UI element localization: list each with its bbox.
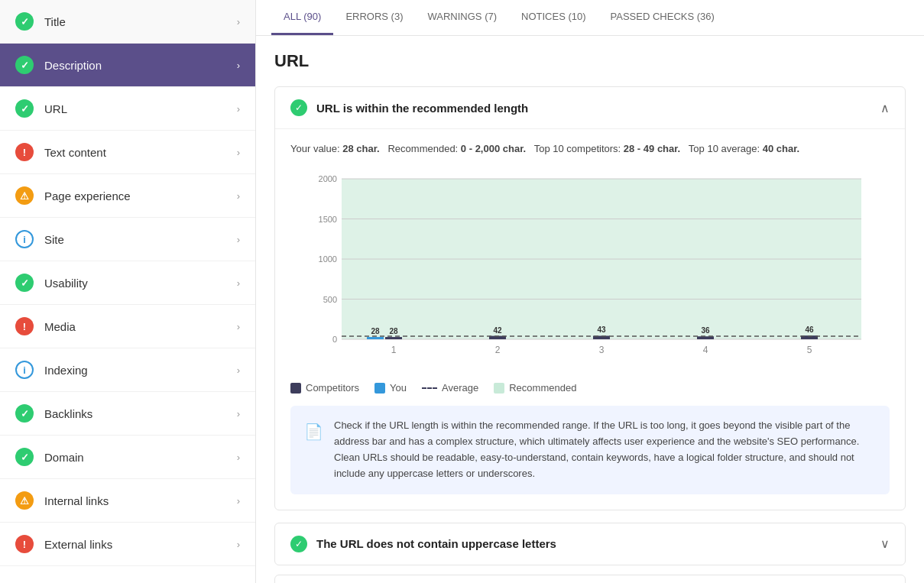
status-icon: ! (15, 317, 34, 335)
sidebar-item-text-content[interactable]: !Text content› (0, 131, 255, 174)
legend-average: Average (422, 382, 478, 394)
check-header-url-underscores[interactable]: ✓ The URL does not contain underscores ∨ (275, 575, 905, 583)
sidebar-item-media[interactable]: !Media› (0, 305, 255, 348)
chevron-right-icon: › (237, 60, 240, 71)
check-card-url-underscores: ✓ The URL does not contain underscores ∨ (274, 575, 906, 583)
sidebar-item-internal-links[interactable]: ⚠Internal links› (0, 479, 255, 523)
sidebar-item-label: Text content (44, 146, 237, 159)
chevron-right-icon: › (237, 103, 240, 115)
status-icon: i (15, 361, 34, 379)
status-icon: ! (15, 535, 34, 553)
check-header-left: ✓ URL is within the recommended length (290, 99, 528, 116)
page-title: URL (274, 51, 906, 71)
sidebar-item-backlinks[interactable]: ✓Backlinks› (0, 392, 255, 436)
status-icon: ✓ (15, 404, 34, 423)
check-title: URL is within the recommended length (316, 102, 528, 115)
svg-text:28: 28 (371, 327, 380, 335)
sidebar-item-domain[interactable]: ✓Domain› (0, 436, 255, 479)
sidebar: ✓Title›✓Description›✓URL›!Text content›⚠… (0, 0, 256, 583)
tab-warnings[interactable]: WARNINGS (7) (416, 0, 510, 35)
legend-recommended-icon (494, 383, 504, 394)
chevron-right-icon: › (237, 234, 240, 245)
legend-you-icon (374, 383, 385, 394)
status-icon: ⚠ (15, 491, 34, 510)
chevron-right-icon: › (237, 277, 240, 289)
chevron-right-icon: › (237, 495, 240, 507)
tab-all[interactable]: ALL (90) (271, 0, 333, 35)
sidebar-item-label: Page experience (44, 189, 237, 202)
sidebar-item-label: Indexing (44, 364, 237, 377)
status-icon: ✓ (15, 99, 34, 118)
sidebar-item-label: Title (44, 15, 237, 28)
check-header-url-uppercase[interactable]: ✓ The URL does not contain uppercase let… (275, 523, 905, 565)
sidebar-item-external-links[interactable]: !External links› (0, 523, 255, 566)
status-icon: ✓ (15, 56, 34, 74)
svg-text:2: 2 (495, 345, 501, 355)
svg-text:1000: 1000 (319, 254, 337, 264)
check-success-icon: ✓ (290, 99, 307, 116)
check-header-left: ✓ The URL does not contain uppercase let… (290, 536, 556, 552)
status-icon: ✓ (15, 448, 34, 466)
svg-rect-13 (367, 337, 384, 339)
svg-text:2000: 2000 (319, 174, 337, 183)
svg-text:5: 5 (807, 345, 812, 355)
chevron-right-icon: › (237, 16, 240, 28)
legend-you: You (374, 382, 407, 394)
legend-recommended-label: Recommended (509, 382, 576, 394)
info-doc-icon: 📄 (304, 419, 323, 444)
svg-text:500: 500 (323, 295, 337, 304)
sidebar-item-label: Backlinks (44, 407, 237, 420)
legend-competitors-label: Competitors (306, 382, 359, 394)
stats-row: Your value: 28 char. Recommended: 0 - 2,… (290, 129, 890, 165)
legend-competitors-icon (290, 383, 301, 394)
sidebar-item-url[interactable]: ✓URL› (0, 87, 255, 131)
chevron-right-icon: › (237, 408, 240, 419)
sidebar-item-indexing[interactable]: iIndexing› (0, 348, 255, 392)
sidebar-item-label: URL (44, 102, 237, 115)
legend-you-label: You (390, 382, 407, 394)
chevron-right-icon: › (237, 452, 240, 463)
sidebar-item-label: External links (44, 538, 237, 551)
sidebar-item-label: Site (44, 233, 237, 246)
svg-rect-11 (385, 337, 402, 339)
legend-average-label: Average (442, 382, 478, 394)
svg-text:3: 3 (599, 345, 605, 355)
chevron-up-icon: ∧ (880, 101, 890, 115)
chevron-right-icon: › (237, 321, 240, 332)
sidebar-item-label: Media (44, 320, 237, 333)
svg-text:4: 4 (703, 345, 708, 355)
sidebar-item-label: Usability (44, 277, 237, 290)
chart: 200015001000500028281422433364465 (290, 171, 890, 370)
tab-passed[interactable]: PASSED CHECKS (36) (598, 0, 727, 35)
svg-text:42: 42 (493, 326, 502, 335)
tabs-bar: ALL (90)ERRORS (3)WARNINGS (7)NOTICES (1… (256, 0, 924, 36)
status-icon: ! (15, 143, 34, 161)
sidebar-item-label: Domain (44, 451, 237, 464)
tab-errors[interactable]: ERRORS (3) (333, 0, 415, 35)
check-header-url-length[interactable]: ✓ URL is within the recommended length ∧ (275, 87, 905, 128)
legend-competitors: Competitors (290, 382, 359, 394)
chart-svg: 200015001000500028281422433364465 (290, 171, 890, 370)
sidebar-item-usability[interactable]: ✓Usability› (0, 261, 255, 305)
sidebar-item-page-experience[interactable]: ⚠Page experience› (0, 174, 255, 218)
svg-text:1500: 1500 (319, 215, 337, 224)
svg-text:46: 46 (805, 326, 814, 335)
svg-text:28: 28 (389, 327, 398, 335)
check-card-url-uppercase: ✓ The URL does not contain uppercase let… (274, 523, 906, 565)
sidebar-item-site[interactable]: iSite› (0, 218, 255, 261)
chevron-right-icon: › (237, 364, 240, 376)
sidebar-item-title[interactable]: ✓Title› (0, 0, 255, 44)
info-box: 📄 Check if the URL length is within the … (290, 406, 890, 494)
svg-text:0: 0 (332, 335, 337, 344)
status-icon: ⚠ (15, 186, 34, 205)
sidebar-item-description[interactable]: ✓Description› (0, 44, 255, 87)
sidebar-item-label: Description (44, 59, 237, 72)
legend-average-icon (422, 387, 437, 389)
main-content: ALL (90)ERRORS (3)WARNINGS (7)NOTICES (1… (256, 0, 924, 583)
status-icon: ✓ (15, 12, 34, 31)
sidebar-item-label: Internal links (44, 494, 237, 507)
svg-text:1: 1 (391, 345, 397, 355)
tab-notices[interactable]: NOTICES (10) (509, 0, 598, 35)
info-text: Check if the URL length is within the re… (334, 418, 876, 481)
check-card-url-length: ✓ URL is within the recommended length ∧… (274, 86, 906, 510)
